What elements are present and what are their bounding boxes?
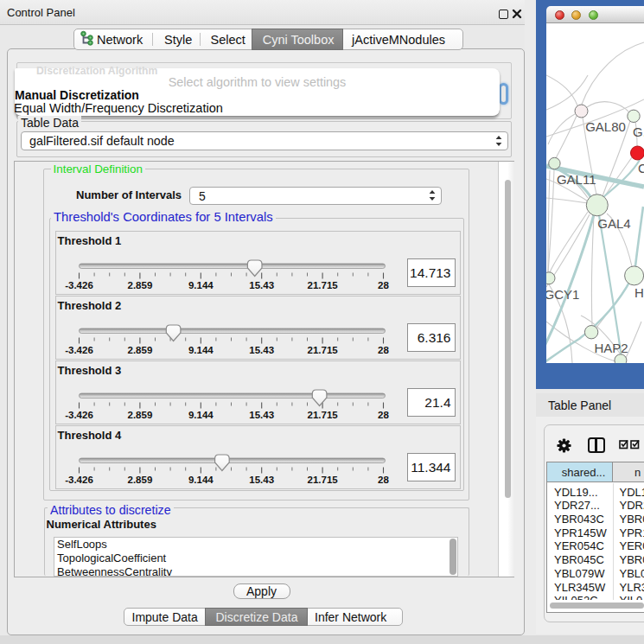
- svg-text:28: 28: [378, 280, 389, 290]
- svg-text:15.43: 15.43: [249, 410, 274, 420]
- svg-text:G...: G...: [633, 124, 644, 139]
- svg-text:9.144: 9.144: [188, 345, 213, 355]
- svg-text:2.859: 2.859: [127, 280, 152, 290]
- svg-text:9.144: 9.144: [188, 475, 213, 485]
- svg-text:GCY1: GCY1: [546, 287, 579, 302]
- svg-text:15.43: 15.43: [249, 345, 274, 355]
- svg-text:21.715: 21.715: [307, 280, 338, 290]
- svg-text:2.859: 2.859: [127, 475, 152, 485]
- svg-text:-3.426: -3.426: [65, 345, 93, 355]
- svg-text:9.144: 9.144: [188, 410, 213, 420]
- svg-text:28: 28: [378, 410, 389, 420]
- svg-text:21.715: 21.715: [307, 410, 338, 420]
- svg-text:15.43: 15.43: [249, 280, 274, 290]
- svg-text:28: 28: [378, 345, 389, 355]
- svg-text:C: C: [638, 161, 644, 175]
- svg-text:15.43: 15.43: [249, 475, 274, 485]
- svg-text:2.859: 2.859: [127, 410, 152, 420]
- svg-text:GAL80: GAL80: [585, 119, 626, 134]
- svg-text:-3.426: -3.426: [65, 410, 93, 420]
- svg-text:21.715: 21.715: [307, 345, 338, 355]
- svg-text:28: 28: [378, 475, 389, 485]
- svg-text:HAP2: HAP2: [594, 341, 628, 355]
- svg-text:21.715: 21.715: [307, 475, 338, 485]
- svg-text:9.144: 9.144: [188, 280, 213, 290]
- svg-text:GAL4: GAL4: [597, 216, 630, 231]
- svg-text:GAL11: GAL11: [557, 172, 596, 187]
- svg-text:-3.426: -3.426: [65, 280, 93, 290]
- svg-text:-3.426: -3.426: [65, 475, 93, 485]
- svg-text:H: H: [634, 285, 644, 300]
- svg-text:2.859: 2.859: [127, 345, 152, 355]
